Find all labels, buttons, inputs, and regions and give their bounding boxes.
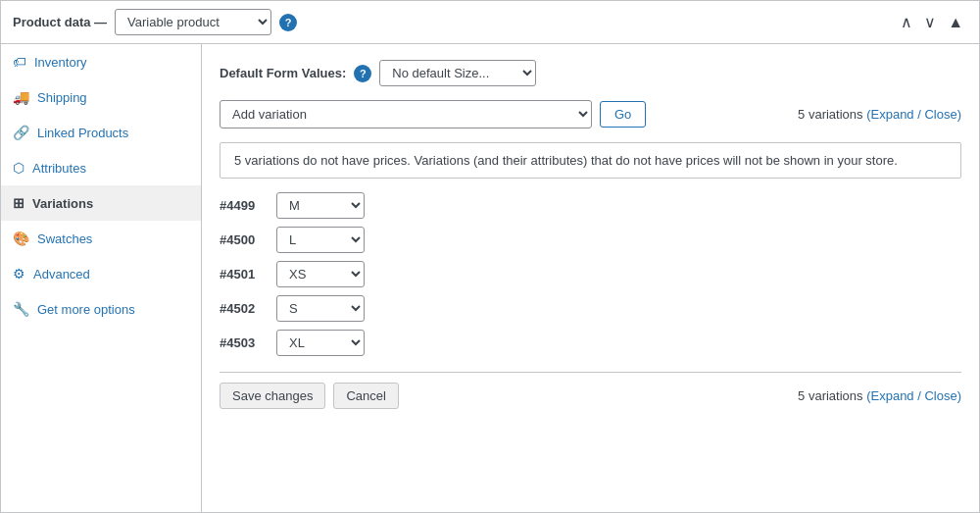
- default-form-row: Default Form Values: ? No default Size..…: [220, 60, 961, 86]
- sidebar-item-linked-products[interactable]: 🔗 Linked Products: [1, 115, 201, 150]
- sidebar-item-shipping[interactable]: 🚚 Shipping: [1, 79, 201, 115]
- variations-list: #4499MLXSSXLXXL#4500MLXSSXLXXL#4501MLXSS…: [220, 192, 961, 356]
- warning-box: 5 variations do not have prices. Variati…: [220, 142, 961, 179]
- header-controls: ∧ ∨ ▲: [897, 11, 967, 33]
- variation-id: #4503: [220, 335, 267, 350]
- add-variation-row: Add variation Go 5 variations (Expand / …: [220, 100, 961, 128]
- variation-size-select[interactable]: MLXSSXLXXL: [276, 192, 365, 219]
- inventory-icon: 🏷: [13, 54, 26, 70]
- sidebar-item-inventory-label: Inventory: [34, 55, 86, 70]
- product-data-title: Product data —: [13, 15, 107, 29]
- variation-row: #4502MLXSSXLXXL: [220, 295, 961, 322]
- variation-row: #4503MLXSSXLXXL: [220, 330, 961, 356]
- attributes-icon: ⬡: [13, 160, 24, 176]
- variation-row: #4500MLXSSXLXXL: [220, 227, 961, 253]
- main-content: Default Form Values: ? No default Size..…: [202, 44, 979, 512]
- collapse-down-button[interactable]: ∨: [920, 11, 940, 33]
- variation-id: #4499: [220, 198, 267, 213]
- product-data-header: Product data — Variable product ? ∧ ∨ ▲: [1, 1, 979, 44]
- shipping-icon: 🚚: [13, 89, 29, 105]
- sidebar-item-get-more-options[interactable]: 🔧 Get more options: [1, 291, 201, 327]
- sidebar-item-variations[interactable]: ⊞ Variations: [1, 185, 201, 221]
- add-variation-select[interactable]: Add variation: [220, 100, 592, 128]
- variation-row: #4501MLXSSXLXXL: [220, 261, 961, 287]
- save-changes-button[interactable]: Save changes: [220, 383, 325, 409]
- default-form-help-icon[interactable]: ?: [354, 65, 371, 82]
- default-form-label: Default Form Values:: [220, 66, 346, 80]
- sidebar-item-get-more-options-label: Get more options: [37, 302, 135, 317]
- variation-count-top: 5 variations (Expand / Close): [798, 107, 961, 122]
- variation-row: #4499MLXSSXLXXL: [220, 192, 961, 219]
- sidebar: 🏷 Inventory 🚚 Shipping 🔗 Linked Products…: [1, 44, 202, 512]
- cancel-button[interactable]: Cancel: [333, 383, 398, 409]
- collapse-toggle-button[interactable]: ▲: [944, 12, 967, 33]
- sidebar-item-inventory[interactable]: 🏷 Inventory: [1, 44, 201, 79]
- sidebar-item-swatches-label: Swatches: [37, 231, 92, 246]
- variation-id: #4502: [220, 301, 267, 316]
- sidebar-item-attributes[interactable]: ⬡ Attributes: [1, 150, 201, 185]
- product-type-help-icon[interactable]: ?: [279, 14, 297, 31]
- advanced-icon: ⚙: [13, 266, 25, 282]
- sidebar-item-swatches[interactable]: 🎨 Swatches: [1, 221, 201, 256]
- variation-size-select[interactable]: MLXSSXLXXL: [276, 330, 365, 356]
- sidebar-item-linked-products-label: Linked Products: [37, 126, 128, 140]
- product-data-panel: Product data — Variable product ? ∧ ∨ ▲ …: [0, 0, 980, 513]
- linked-products-icon: 🔗: [13, 125, 29, 140]
- variations-icon: ⊞: [13, 195, 24, 211]
- product-data-body: 🏷 Inventory 🚚 Shipping 🔗 Linked Products…: [1, 44, 979, 512]
- sidebar-item-advanced[interactable]: ⚙ Advanced: [1, 256, 201, 291]
- collapse-up-button[interactable]: ∧: [897, 11, 916, 33]
- default-form-select[interactable]: No default Size...: [379, 60, 536, 86]
- variation-count-bottom: 5 variations (Expand / Close): [798, 388, 961, 403]
- go-button[interactable]: Go: [600, 101, 646, 128]
- product-type-select[interactable]: Variable product: [115, 9, 271, 35]
- variation-size-select[interactable]: MLXSSXLXXL: [276, 295, 365, 322]
- expand-close-top-link[interactable]: (Expand / Close): [866, 107, 961, 122]
- expand-close-bottom-link[interactable]: (Expand / Close): [866, 388, 961, 403]
- variation-size-select[interactable]: MLXSSXLXXL: [276, 261, 365, 287]
- swatches-icon: 🎨: [13, 231, 29, 246]
- variation-id: #4501: [220, 267, 267, 282]
- sidebar-item-advanced-label: Advanced: [33, 267, 90, 282]
- sidebar-item-variations-label: Variations: [32, 196, 93, 211]
- variation-id: #4500: [220, 232, 267, 247]
- warning-message: 5 variations do not have prices. Variati…: [234, 153, 898, 168]
- get-more-options-icon: 🔧: [13, 301, 29, 317]
- sidebar-item-attributes-label: Attributes: [32, 161, 86, 176]
- variation-size-select[interactable]: MLXSSXLXXL: [276, 227, 365, 253]
- footer-row: Save changes Cancel 5 variations (Expand…: [220, 372, 961, 409]
- sidebar-item-shipping-label: Shipping: [37, 90, 87, 105]
